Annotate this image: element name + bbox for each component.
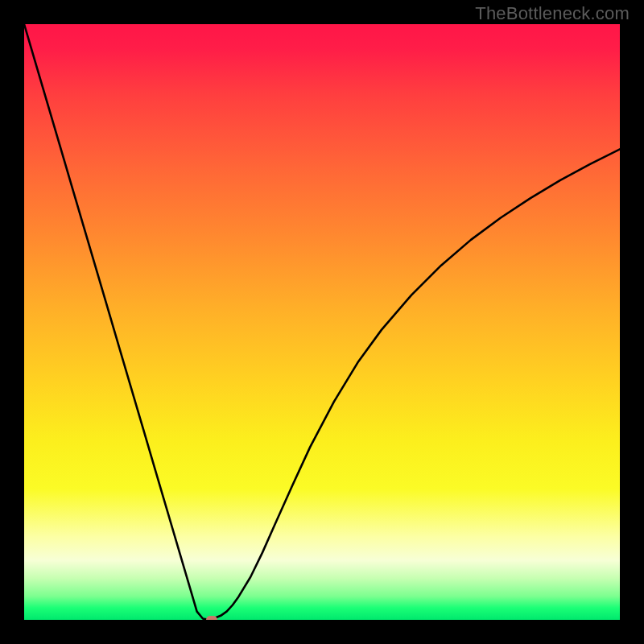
chart-frame: TheBottleneck.com xyxy=(0,0,644,644)
watermark-text: TheBottleneck.com xyxy=(475,3,630,24)
bottleneck-curve xyxy=(24,24,620,620)
optimal-point-marker xyxy=(206,616,217,620)
curve-svg xyxy=(24,24,620,620)
plot-area xyxy=(24,24,620,620)
